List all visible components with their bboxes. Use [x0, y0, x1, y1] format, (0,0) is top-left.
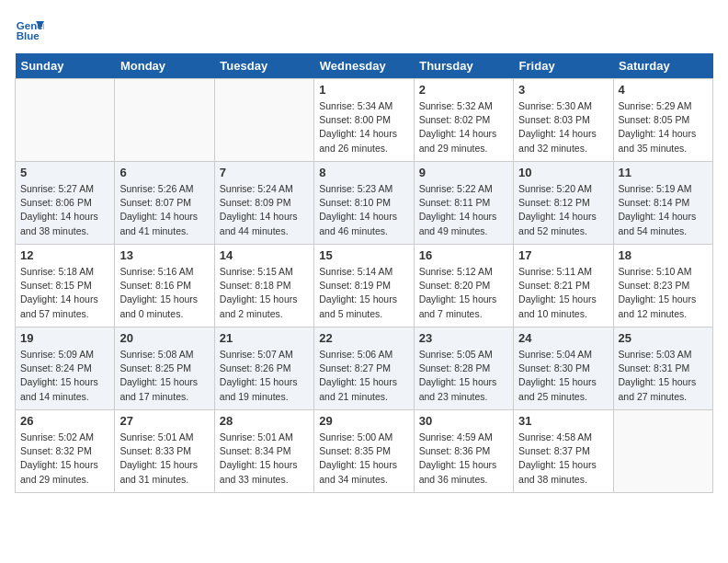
day-number: 9	[419, 166, 508, 179]
day-info: Sunrise: 5:03 AM Sunset: 8:31 PM Dayligh…	[619, 348, 708, 404]
day-number: 1	[319, 83, 408, 97]
svg-text:Blue: Blue	[17, 30, 40, 41]
day-info: Sunrise: 5:09 AM Sunset: 8:24 PM Dayligh…	[20, 348, 109, 404]
day-number: 21	[220, 331, 309, 345]
logo: General Blue	[15, 15, 48, 44]
day-header-tuesday: Tuesday	[214, 53, 313, 79]
calendar-cell: 13Sunrise: 5:16 AM Sunset: 8:16 PM Dayli…	[115, 245, 214, 327]
calendar-cell: 28Sunrise: 5:01 AM Sunset: 8:34 PM Dayli…	[214, 410, 313, 493]
day-info: Sunrise: 5:01 AM Sunset: 8:33 PM Dayligh…	[119, 431, 209, 487]
calendar-cell: 10Sunrise: 5:20 AM Sunset: 8:12 PM Dayli…	[514, 162, 613, 245]
day-number: 19	[20, 331, 109, 345]
day-number: 3	[518, 83, 608, 97]
calendar-cell: 14Sunrise: 5:15 AM Sunset: 8:18 PM Dayli…	[214, 245, 313, 327]
day-number: 29	[319, 414, 408, 428]
calendar-cell: 7Sunrise: 5:24 AM Sunset: 8:09 PM Daylig…	[214, 162, 313, 245]
calendar-cell	[16, 79, 115, 162]
day-number: 14	[220, 248, 309, 262]
calendar-cell: 30Sunrise: 4:59 AM Sunset: 8:36 PM Dayli…	[414, 410, 513, 493]
logo-icon: General Blue	[15, 15, 44, 44]
day-number: 4	[619, 83, 708, 97]
day-number: 15	[319, 248, 408, 262]
day-info: Sunrise: 5:10 AM Sunset: 8:23 PM Dayligh…	[619, 265, 708, 321]
day-info: Sunrise: 5:15 AM Sunset: 8:18 PM Dayligh…	[220, 265, 309, 321]
calendar-cell: 15Sunrise: 5:14 AM Sunset: 8:19 PM Dayli…	[314, 245, 414, 327]
day-number: 8	[319, 166, 408, 179]
day-header-wednesday: Wednesday	[314, 53, 414, 79]
calendar-cell: 31Sunrise: 4:58 AM Sunset: 8:37 PM Dayli…	[514, 410, 613, 493]
day-header-monday: Monday	[115, 53, 214, 79]
day-info: Sunrise: 5:18 AM Sunset: 8:15 PM Dayligh…	[20, 265, 109, 321]
day-info: Sunrise: 4:58 AM Sunset: 8:37 PM Dayligh…	[518, 431, 608, 487]
day-info: Sunrise: 5:32 AM Sunset: 8:02 PM Dayligh…	[419, 99, 508, 155]
calendar-cell: 25Sunrise: 5:03 AM Sunset: 8:31 PM Dayli…	[613, 327, 712, 410]
day-info: Sunrise: 4:59 AM Sunset: 8:36 PM Dayligh…	[419, 431, 508, 487]
calendar-cell: 18Sunrise: 5:10 AM Sunset: 8:23 PM Dayli…	[613, 245, 712, 327]
day-info: Sunrise: 5:07 AM Sunset: 8:26 PM Dayligh…	[220, 348, 309, 404]
day-info: Sunrise: 5:20 AM Sunset: 8:12 PM Dayligh…	[518, 182, 608, 238]
day-number: 7	[220, 166, 309, 179]
day-number: 10	[518, 166, 608, 179]
day-number: 30	[419, 414, 508, 428]
day-info: Sunrise: 5:22 AM Sunset: 8:11 PM Dayligh…	[419, 182, 508, 238]
day-info: Sunrise: 5:05 AM Sunset: 8:28 PM Dayligh…	[419, 348, 508, 404]
calendar-cell: 22Sunrise: 5:06 AM Sunset: 8:27 PM Dayli…	[314, 327, 414, 410]
day-number: 5	[20, 166, 109, 179]
calendar-cell: 8Sunrise: 5:23 AM Sunset: 8:10 PM Daylig…	[314, 162, 414, 245]
day-number: 22	[319, 331, 408, 345]
day-info: Sunrise: 5:26 AM Sunset: 8:07 PM Dayligh…	[119, 182, 209, 238]
calendar-cell: 20Sunrise: 5:08 AM Sunset: 8:25 PM Dayli…	[115, 327, 214, 410]
calendar-cell: 24Sunrise: 5:04 AM Sunset: 8:30 PM Dayli…	[514, 327, 613, 410]
calendar-cell: 2Sunrise: 5:32 AM Sunset: 8:02 PM Daylig…	[414, 79, 513, 162]
calendar-cell: 23Sunrise: 5:05 AM Sunset: 8:28 PM Dayli…	[414, 327, 513, 410]
day-number: 11	[619, 166, 708, 179]
calendar-cell: 27Sunrise: 5:01 AM Sunset: 8:33 PM Dayli…	[115, 410, 214, 493]
calendar-cell: 21Sunrise: 5:07 AM Sunset: 8:26 PM Dayli…	[214, 327, 313, 410]
page-header: General Blue	[15, 15, 713, 44]
day-number: 13	[119, 248, 209, 262]
day-number: 20	[119, 331, 209, 345]
calendar-cell: 11Sunrise: 5:19 AM Sunset: 8:14 PM Dayli…	[613, 162, 712, 245]
day-info: Sunrise: 5:16 AM Sunset: 8:16 PM Dayligh…	[119, 265, 209, 321]
day-number: 2	[419, 83, 508, 97]
day-number: 12	[20, 248, 109, 262]
calendar-cell	[115, 79, 214, 162]
day-header-sunday: Sunday	[16, 53, 115, 79]
day-info: Sunrise: 5:02 AM Sunset: 8:32 PM Dayligh…	[20, 431, 109, 487]
calendar-cell: 3Sunrise: 5:30 AM Sunset: 8:03 PM Daylig…	[514, 79, 613, 162]
calendar-cell: 4Sunrise: 5:29 AM Sunset: 8:05 PM Daylig…	[613, 79, 712, 162]
day-number: 26	[20, 414, 109, 428]
day-info: Sunrise: 5:12 AM Sunset: 8:20 PM Dayligh…	[419, 265, 508, 321]
day-info: Sunrise: 5:00 AM Sunset: 8:35 PM Dayligh…	[319, 431, 408, 487]
calendar-cell: 29Sunrise: 5:00 AM Sunset: 8:35 PM Dayli…	[314, 410, 414, 493]
calendar-cell	[613, 410, 712, 493]
calendar-cell: 6Sunrise: 5:26 AM Sunset: 8:07 PM Daylig…	[115, 162, 214, 245]
day-number: 28	[220, 414, 309, 428]
day-info: Sunrise: 5:27 AM Sunset: 8:06 PM Dayligh…	[20, 182, 109, 238]
day-number: 17	[518, 248, 608, 262]
day-info: Sunrise: 5:23 AM Sunset: 8:10 PM Dayligh…	[319, 182, 408, 238]
calendar-cell: 17Sunrise: 5:11 AM Sunset: 8:21 PM Dayli…	[514, 245, 613, 327]
calendar-cell	[214, 79, 313, 162]
day-header-friday: Friday	[514, 53, 613, 79]
day-number: 24	[518, 331, 608, 345]
day-info: Sunrise: 5:11 AM Sunset: 8:21 PM Dayligh…	[518, 265, 608, 321]
day-number: 6	[119, 166, 209, 179]
calendar-table: SundayMondayTuesdayWednesdayThursdayFrid…	[15, 53, 713, 493]
day-number: 25	[619, 331, 708, 345]
day-number: 18	[619, 248, 708, 262]
day-info: Sunrise: 5:34 AM Sunset: 8:00 PM Dayligh…	[319, 99, 408, 155]
calendar-cell: 9Sunrise: 5:22 AM Sunset: 8:11 PM Daylig…	[414, 162, 513, 245]
day-number: 27	[119, 414, 209, 428]
day-number: 23	[419, 331, 508, 345]
day-info: Sunrise: 5:24 AM Sunset: 8:09 PM Dayligh…	[220, 182, 309, 238]
calendar-cell: 19Sunrise: 5:09 AM Sunset: 8:24 PM Dayli…	[16, 327, 115, 410]
day-info: Sunrise: 5:04 AM Sunset: 8:30 PM Dayligh…	[518, 348, 608, 404]
calendar-cell: 1Sunrise: 5:34 AM Sunset: 8:00 PM Daylig…	[314, 79, 414, 162]
calendar-cell: 12Sunrise: 5:18 AM Sunset: 8:15 PM Dayli…	[16, 245, 115, 327]
day-info: Sunrise: 5:01 AM Sunset: 8:34 PM Dayligh…	[220, 431, 309, 487]
day-info: Sunrise: 5:19 AM Sunset: 8:14 PM Dayligh…	[619, 182, 708, 238]
calendar-cell: 26Sunrise: 5:02 AM Sunset: 8:32 PM Dayli…	[16, 410, 115, 493]
day-header-thursday: Thursday	[414, 53, 513, 79]
day-number: 31	[518, 414, 608, 428]
